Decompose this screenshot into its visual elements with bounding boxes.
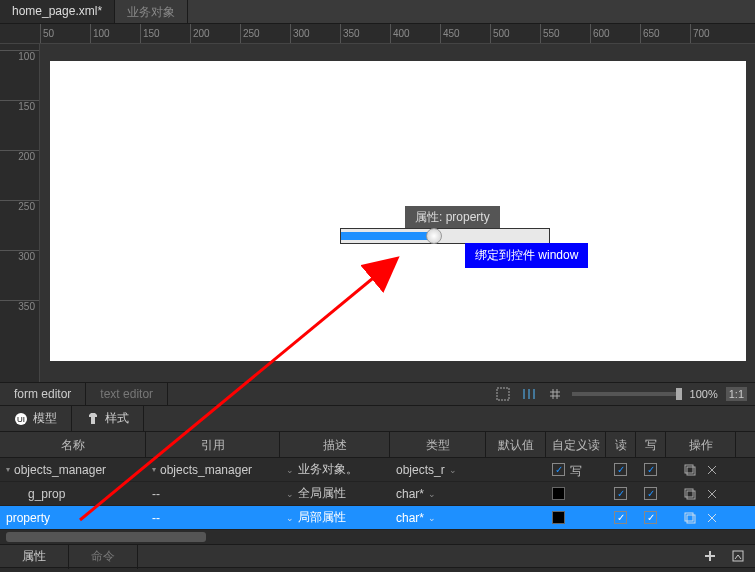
zoom-slider[interactable] <box>572 392 682 396</box>
close-icon[interactable] <box>703 485 721 503</box>
col-desc[interactable]: 描述 <box>280 432 390 457</box>
svg-text:UI: UI <box>17 415 25 424</box>
attributes-tab[interactable]: 属性 <box>0 544 69 569</box>
zoom-value: 100% <box>690 388 718 400</box>
zoom-ratio[interactable]: 1:1 <box>726 387 747 401</box>
table-row[interactable]: g_prop -- ⌄全局属性 char*⌄ <box>0 482 755 506</box>
options-icon[interactable] <box>729 547 747 565</box>
expand-icon[interactable]: ▾ <box>6 465 10 474</box>
chevron-down-icon[interactable]: ⌄ <box>428 489 436 499</box>
align-tool-icon[interactable] <box>520 385 538 403</box>
table-row-selected[interactable]: property -- ⌄局部属性 char*⌄ <box>0 506 755 530</box>
slider-thumb[interactable] <box>426 228 442 244</box>
chevron-down-icon[interactable]: ⌄ <box>428 513 436 523</box>
grid-tool-icon[interactable] <box>546 385 564 403</box>
shirt-icon <box>86 412 100 426</box>
copy-icon[interactable] <box>681 485 699 503</box>
svg-rect-0 <box>497 388 509 400</box>
col-type[interactable]: 类型 <box>390 432 486 457</box>
scrollbar-thumb[interactable] <box>6 532 206 542</box>
commands-tab[interactable]: 命令 <box>69 544 138 569</box>
col-name[interactable]: 名称 <box>0 432 146 457</box>
col-crw[interactable]: 自定义读写 <box>546 432 606 457</box>
checkbox-write[interactable] <box>644 511 657 524</box>
model-tab[interactable]: UI 模型 <box>0 405 72 432</box>
close-icon[interactable] <box>703 509 721 527</box>
selection-tool-icon[interactable] <box>494 385 512 403</box>
col-read[interactable]: 读 <box>606 432 636 457</box>
svg-rect-4 <box>687 467 695 475</box>
ruler-horizontal: 5010015020025030035040045050055060065070… <box>0 24 755 44</box>
crw-box[interactable] <box>552 511 565 524</box>
svg-rect-5 <box>685 489 693 497</box>
text-editor-tab[interactable]: text editor <box>86 383 168 405</box>
chevron-down-icon[interactable]: ⌄ <box>449 465 457 475</box>
property-table: 名称 引用 描述 类型 默认值 自定义读写 读 写 操作 ▾objects_ma… <box>0 432 755 530</box>
svg-rect-6 <box>687 491 695 499</box>
crw-box[interactable] <box>552 487 565 500</box>
col-def[interactable]: 默认值 <box>486 432 546 457</box>
checkbox-crw[interactable] <box>552 463 565 476</box>
slider-track <box>341 232 431 240</box>
copy-icon[interactable] <box>681 461 699 479</box>
table-header: 名称 引用 描述 类型 默认值 自定义读写 读 写 操作 <box>0 432 755 458</box>
chevron-down-icon[interactable]: ⌄ <box>286 513 294 523</box>
svg-rect-8 <box>687 515 695 523</box>
chevron-down-icon[interactable]: ⌄ <box>286 465 294 475</box>
chevron-down-icon[interactable]: ⌄ <box>286 489 294 499</box>
editor-switch-bar: form editor text editor 100% 1:1 <box>0 382 755 406</box>
copy-icon[interactable] <box>681 509 699 527</box>
add-icon[interactable] <box>701 547 719 565</box>
svg-rect-9 <box>733 551 743 561</box>
col-ref[interactable]: 引用 <box>146 432 280 457</box>
model-tab-label: 模型 <box>33 410 57 427</box>
col-op[interactable]: 操作 <box>666 432 736 457</box>
horizontal-scrollbar[interactable] <box>0 530 755 544</box>
checkbox-read[interactable] <box>614 511 627 524</box>
file-tab-biz-objects[interactable]: 业务对象 <box>115 0 188 23</box>
ui-icon: UI <box>14 412 28 426</box>
inspector-tabs: UI 模型 样式 <box>0 406 755 432</box>
slider-widget[interactable] <box>340 228 550 244</box>
checkbox-write[interactable] <box>644 487 657 500</box>
file-tabs: home_page.xml* 业务对象 <box>0 0 755 24</box>
ruler-vertical: 100150200250300350 <box>0 44 40 382</box>
property-tooltip: 属性: property <box>405 206 500 229</box>
checkbox-read[interactable] <box>614 463 627 476</box>
form-editor-tab[interactable]: form editor <box>0 383 86 405</box>
checkbox-read[interactable] <box>614 487 627 500</box>
style-tab[interactable]: 样式 <box>72 405 144 432</box>
checkbox-write[interactable] <box>644 463 657 476</box>
file-tab-active[interactable]: home_page.xml* <box>0 0 115 23</box>
canvas-viewport[interactable]: 属性: property 绑定到控件 window <box>40 44 755 382</box>
table-row[interactable]: ▾objects_manager ▾objects_manager ⌄业务对象。… <box>0 458 755 482</box>
svg-rect-3 <box>685 465 693 473</box>
style-tab-label: 样式 <box>105 410 129 427</box>
bind-tooltip: 绑定到控件 window <box>465 243 588 268</box>
svg-rect-7 <box>685 513 693 521</box>
bottom-tabs: 属性 命令 <box>0 544 755 568</box>
expand-icon[interactable]: ▾ <box>152 465 156 474</box>
design-canvas[interactable]: 属性: property 绑定到控件 window <box>50 61 746 361</box>
close-icon[interactable] <box>703 461 721 479</box>
editor-main: 100150200250300350 属性: property 绑定到控件 wi… <box>0 44 755 382</box>
col-write[interactable]: 写 <box>636 432 666 457</box>
